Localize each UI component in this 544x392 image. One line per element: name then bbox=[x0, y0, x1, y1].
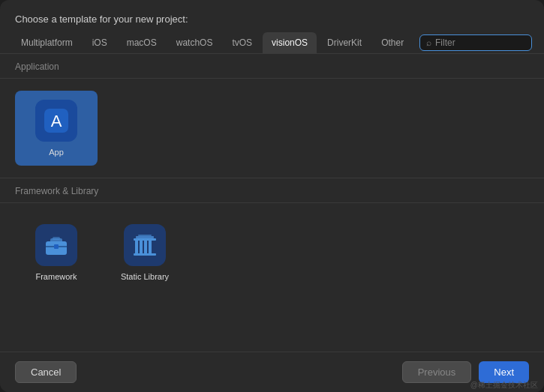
svg-rect-4 bbox=[53, 237, 60, 240]
tab-driverkit[interactable]: DriverKit bbox=[318, 32, 371, 53]
svg-rect-10 bbox=[140, 241, 143, 253]
tab-bar: Multiplatform iOS macOS watchOS tvOS vis… bbox=[0, 32, 544, 54]
section-header-framework-library: Framework & Library bbox=[0, 178, 544, 203]
tab-macos[interactable]: macOS bbox=[118, 32, 166, 53]
template-item-static-library[interactable]: Static Library bbox=[104, 215, 186, 290]
dialog-title: Choose a template for your new project: bbox=[0, 0, 544, 32]
filter-input[interactable] bbox=[435, 37, 525, 48]
static-library-label: Static Library bbox=[121, 272, 169, 281]
svg-rect-8 bbox=[134, 238, 156, 241]
svg-rect-11 bbox=[144, 241, 147, 253]
svg-rect-14 bbox=[138, 235, 152, 236]
svg-rect-9 bbox=[135, 241, 138, 253]
content-area: Application A App Framework & Library bbox=[0, 54, 544, 352]
framework-icon bbox=[35, 224, 77, 266]
filter-container: ⌕ bbox=[419, 34, 532, 51]
app-icon: A bbox=[35, 100, 77, 142]
tab-ios[interactable]: iOS bbox=[83, 32, 116, 53]
svg-rect-12 bbox=[149, 241, 152, 253]
svg-rect-6 bbox=[54, 244, 59, 249]
cancel-button[interactable]: Cancel bbox=[15, 361, 77, 383]
svg-rect-7 bbox=[134, 253, 156, 256]
template-item-framework[interactable]: Framework bbox=[15, 215, 98, 290]
section-header-application: Application bbox=[0, 54, 544, 79]
footer: Cancel Previous Next bbox=[0, 352, 544, 392]
filter-icon: ⌕ bbox=[426, 37, 431, 48]
footer-left: Cancel bbox=[15, 361, 77, 383]
previous-button[interactable]: Previous bbox=[402, 361, 472, 383]
application-items-grid: A App bbox=[0, 79, 544, 178]
framework-label: Framework bbox=[35, 272, 77, 281]
tab-other[interactable]: Other bbox=[372, 32, 413, 53]
app-label: App bbox=[49, 148, 64, 157]
static-library-icon bbox=[124, 224, 166, 266]
framework-library-items-grid: Framework bbox=[0, 203, 544, 302]
watermark: @稀土掘金技术社区 bbox=[470, 380, 538, 391]
tab-tvos[interactable]: tvOS bbox=[223, 32, 261, 53]
svg-text:A: A bbox=[51, 112, 62, 130]
filter-input-wrapper: ⌕ bbox=[419, 34, 532, 51]
template-dialog: Choose a template for your new project: … bbox=[0, 0, 544, 392]
svg-rect-13 bbox=[136, 236, 154, 238]
tab-visionos[interactable]: visionOS bbox=[263, 32, 317, 53]
tab-multiplatform[interactable]: Multiplatform bbox=[12, 32, 82, 53]
tab-watchos[interactable]: watchOS bbox=[167, 32, 222, 53]
template-item-app[interactable]: A App bbox=[15, 91, 98, 166]
